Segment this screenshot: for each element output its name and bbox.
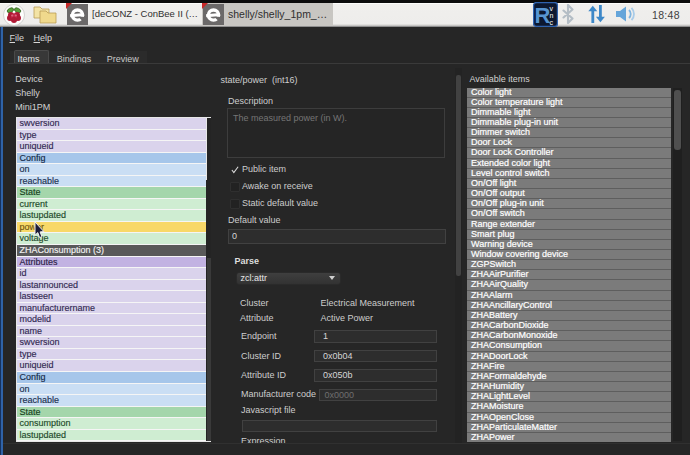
svg-text:v: v	[550, 5, 554, 12]
svg-text:c: c	[550, 19, 554, 26]
svg-text:R: R	[535, 3, 551, 27]
svg-text:n: n	[550, 12, 554, 19]
